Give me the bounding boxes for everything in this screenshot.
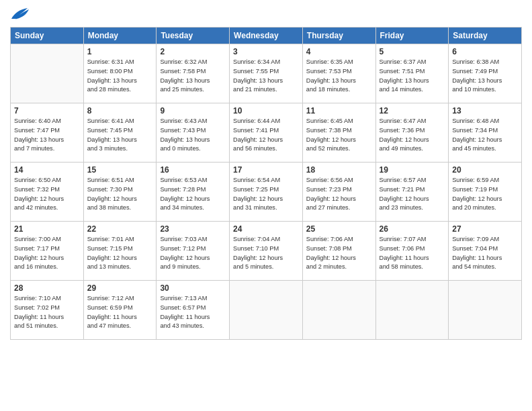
info-line: Daylight: 13 hours	[380, 77, 445, 86]
calendar-cell: 17Sunrise: 6:54 AMSunset: 7:25 PMDayligh…	[230, 163, 303, 222]
info-line: and 21 minutes.	[233, 85, 299, 95]
info-line: Sunset: 7:47 PM	[14, 126, 80, 136]
info-line: and 13 minutes.	[87, 263, 153, 272]
info-line: Daylight: 12 hours	[160, 254, 226, 263]
day-info: Sunrise: 7:03 AMSunset: 7:12 PMDaylight:…	[160, 235, 226, 272]
info-line: Sunset: 7:02 PM	[14, 304, 80, 313]
info-line: and 16 minutes.	[14, 263, 80, 272]
calendar-cell: 5Sunrise: 6:37 AMSunset: 7:51 PMDaylight…	[375, 44, 449, 103]
day-info: Sunrise: 6:31 AMSunset: 8:00 PMDaylight:…	[87, 58, 153, 95]
day-number: 3	[233, 47, 299, 56]
day-number: 10	[233, 106, 299, 116]
calendar-table: SundayMondayTuesdayWednesdayThursdayFrid…	[10, 27, 522, 340]
day-info: Sunrise: 6:32 AMSunset: 7:58 PMDaylight:…	[160, 58, 226, 95]
info-line: Sunrise: 7:00 AM	[14, 235, 80, 244]
day-number: 7	[14, 106, 80, 116]
info-line: Daylight: 12 hours	[233, 136, 299, 145]
info-line: Sunset: 6:59 PM	[87, 304, 153, 313]
calendar-cell: 18Sunrise: 6:56 AMSunset: 7:23 PMDayligh…	[302, 163, 375, 222]
day-info: Sunrise: 6:43 AMSunset: 7:43 PMDaylight:…	[160, 117, 226, 154]
calendar-cell: 12Sunrise: 6:47 AMSunset: 7:36 PMDayligh…	[375, 103, 449, 163]
logo	[10, 7, 32, 21]
day-number: 17	[233, 165, 299, 175]
info-line: Sunset: 7:38 PM	[306, 126, 372, 136]
info-line: Daylight: 12 hours	[87, 254, 153, 263]
day-number: 22	[87, 224, 153, 234]
info-line: Sunset: 7:08 PM	[306, 244, 372, 254]
day-number: 15	[87, 165, 153, 175]
info-line: Sunset: 6:57 PM	[160, 304, 226, 313]
info-line: Sunset: 7:28 PM	[160, 185, 226, 195]
day-number: 21	[14, 224, 80, 234]
day-info: Sunrise: 6:47 AMSunset: 7:36 PMDaylight:…	[380, 117, 445, 154]
calendar-cell: 20Sunrise: 6:59 AMSunset: 7:19 PMDayligh…	[449, 163, 522, 222]
info-line: Daylight: 11 hours	[452, 254, 518, 263]
info-line: Daylight: 11 hours	[87, 313, 153, 322]
info-line: Sunset: 7:41 PM	[233, 126, 299, 136]
info-line: Daylight: 13 hours	[233, 77, 299, 86]
info-line: Sunrise: 6:37 AM	[380, 58, 445, 67]
calendar-cell: 14Sunrise: 6:50 AMSunset: 7:32 PMDayligh…	[11, 163, 84, 222]
day-number: 11	[306, 106, 372, 116]
day-info: Sunrise: 6:44 AMSunset: 7:41 PMDaylight:…	[233, 117, 299, 154]
info-line: Sunrise: 6:38 AM	[452, 58, 518, 67]
info-line: Sunrise: 6:35 AM	[306, 58, 372, 67]
info-line: Sunrise: 7:10 AM	[14, 294, 80, 304]
info-line: and 34 minutes.	[160, 203, 226, 213]
calendar-cell: 11Sunrise: 6:45 AMSunset: 7:38 PMDayligh…	[302, 103, 375, 163]
day-info: Sunrise: 7:12 AMSunset: 6:59 PMDaylight:…	[87, 294, 153, 331]
info-line: Daylight: 12 hours	[233, 195, 299, 204]
col-header-friday: Friday	[375, 28, 449, 44]
day-number: 27	[452, 224, 518, 234]
day-info: Sunrise: 6:57 AMSunset: 7:21 PMDaylight:…	[380, 176, 445, 213]
calendar-cell: 2Sunrise: 6:32 AMSunset: 7:58 PMDaylight…	[157, 44, 230, 103]
info-line: and 51 minutes.	[14, 322, 80, 331]
info-line: Sunset: 7:55 PM	[233, 67, 299, 77]
info-line: Daylight: 13 hours	[160, 77, 226, 86]
info-line: Daylight: 13 hours	[160, 136, 226, 145]
day-info: Sunrise: 6:41 AMSunset: 7:45 PMDaylight:…	[87, 117, 153, 154]
day-info: Sunrise: 7:06 AMSunset: 7:08 PMDaylight:…	[306, 235, 372, 272]
info-line: Sunrise: 7:13 AM	[160, 294, 226, 304]
info-line: and 18 minutes.	[306, 85, 372, 95]
info-line: Daylight: 13 hours	[14, 136, 80, 145]
day-number: 14	[14, 165, 80, 175]
info-line: Sunset: 7:21 PM	[380, 185, 445, 195]
day-info: Sunrise: 6:54 AMSunset: 7:25 PMDaylight:…	[233, 176, 299, 213]
day-info: Sunrise: 6:35 AMSunset: 7:53 PMDaylight:…	[306, 58, 372, 95]
info-line: Daylight: 13 hours	[87, 136, 153, 145]
calendar-cell: 19Sunrise: 6:57 AMSunset: 7:21 PMDayligh…	[375, 163, 449, 222]
info-line: and 49 minutes.	[380, 144, 445, 154]
info-line: Sunrise: 6:51 AM	[87, 176, 153, 185]
col-header-monday: Monday	[83, 28, 157, 44]
calendar-cell	[230, 281, 303, 340]
info-line: Sunrise: 6:56 AM	[306, 176, 372, 185]
calendar-cell: 29Sunrise: 7:12 AMSunset: 6:59 PMDayligh…	[83, 281, 157, 340]
day-info: Sunrise: 6:34 AMSunset: 7:55 PMDaylight:…	[233, 58, 299, 95]
info-line: and 52 minutes.	[306, 144, 372, 154]
info-line: Sunset: 7:32 PM	[14, 185, 80, 195]
logo-bird-icon	[10, 7, 29, 21]
info-line: and 54 minutes.	[452, 263, 518, 272]
info-line: Sunrise: 6:34 AM	[233, 58, 299, 67]
info-line: Daylight: 11 hours	[380, 254, 445, 263]
info-line: and 9 minutes.	[160, 263, 226, 272]
col-header-saturday: Saturday	[449, 28, 522, 44]
info-line: Sunset: 8:00 PM	[87, 67, 153, 77]
info-line: Sunset: 7:23 PM	[306, 185, 372, 195]
calendar-cell: 4Sunrise: 6:35 AMSunset: 7:53 PMDaylight…	[302, 44, 375, 103]
day-number: 13	[452, 106, 518, 116]
day-info: Sunrise: 7:10 AMSunset: 7:02 PMDaylight:…	[14, 294, 80, 331]
info-line: and 56 minutes.	[233, 144, 299, 154]
info-line: and 20 minutes.	[452, 203, 518, 213]
info-line: and 23 minutes.	[380, 203, 445, 213]
info-line: Sunrise: 6:54 AM	[233, 176, 299, 185]
calendar-cell: 28Sunrise: 7:10 AMSunset: 7:02 PMDayligh…	[11, 281, 84, 340]
day-number: 16	[160, 165, 226, 175]
day-info: Sunrise: 6:48 AMSunset: 7:34 PMDaylight:…	[452, 117, 518, 154]
calendar-cell: 9Sunrise: 6:43 AMSunset: 7:43 PMDaylight…	[157, 103, 230, 163]
day-info: Sunrise: 6:56 AMSunset: 7:23 PMDaylight:…	[306, 176, 372, 213]
day-number: 5	[380, 47, 445, 56]
calendar-cell: 8Sunrise: 6:41 AMSunset: 7:45 PMDaylight…	[83, 103, 157, 163]
info-line: Sunset: 7:25 PM	[233, 185, 299, 195]
